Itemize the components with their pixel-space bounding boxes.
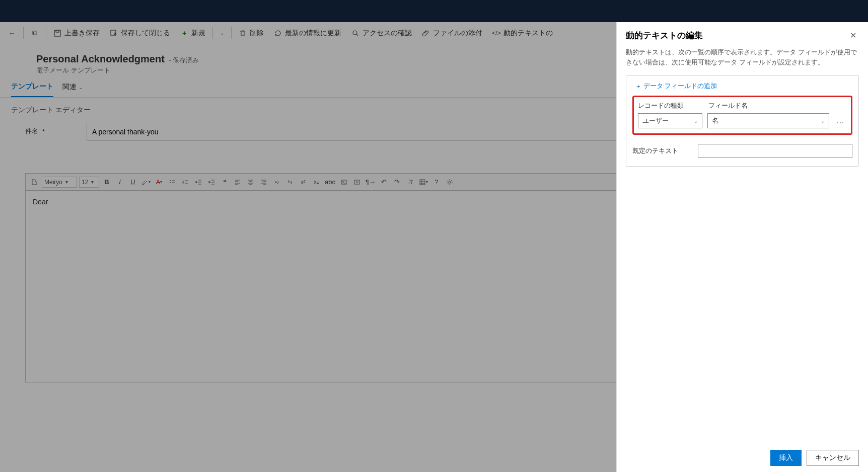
panel-description: 動的テキストは、次の一覧の順序で表示されます。データ フィールドが使用できない場… [617,44,868,73]
record-type-header: レコードの種類 [638,101,702,110]
cancel-button[interactable]: キャンセル [807,450,859,466]
close-button[interactable]: ✕ [847,29,859,41]
default-text-label: 既定のテキスト [632,146,692,155]
dynamic-text-panel: 動的テキストの編集 ✕ 動的テキストは、次の一覧の順序で表示されます。データ フ… [616,22,868,472]
data-fields-card: +データ フィールドの追加 レコードの種類 フィールド名 ユーザー⌄ 名⌄ … … [626,75,859,167]
add-data-field-button[interactable]: +データ フィールドの追加 [632,82,852,91]
chevron-down-icon: ⌄ [821,118,825,124]
close-icon: ✕ [850,31,856,40]
chevron-down-icon: ⌄ [694,118,698,124]
record-type-select[interactable]: ユーザー⌄ [638,113,702,128]
default-text-row: 既定のテキスト [632,144,852,158]
panel-title: 動的テキストの編集 [626,30,703,41]
field-name-select[interactable]: 名⌄ [707,113,829,128]
field-name-header: フィールド名 [708,101,748,110]
highlighted-field-row: レコードの種類 フィールド名 ユーザー⌄ 名⌄ … [632,96,852,135]
default-text-input[interactable] [698,144,852,158]
insert-button[interactable]: 挿入 [770,450,802,466]
row-more-button[interactable]: … [834,116,847,125]
app-titlebar [0,0,868,22]
plus-icon: + [636,83,640,90]
add-data-field-label: データ フィールドの追加 [643,82,717,91]
